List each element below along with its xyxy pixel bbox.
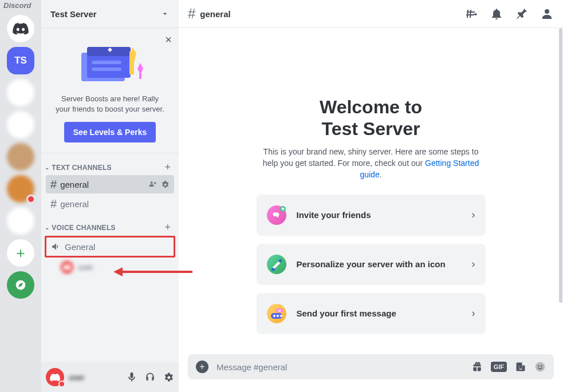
svg-rect-6 — [92, 68, 121, 71]
welcome-subtitle: This is your brand new, shiny server. He… — [262, 146, 480, 181]
svg-point-11 — [271, 268, 275, 271]
status-dot — [58, 381, 65, 387]
step-invite-friends[interactable]: Invite your friends › — [257, 195, 486, 236]
svg-point-18 — [536, 362, 545, 372]
voice-user-name: user — [78, 263, 93, 272]
boost-illustration — [47, 37, 173, 88]
server-slot[interactable] — [7, 207, 34, 235]
speaker-icon — [51, 241, 61, 252]
step-label: Send your first message — [297, 308, 462, 318]
chevron-down-icon — [160, 9, 170, 18]
step-label: Invite your friends — [297, 210, 462, 220]
voice-user[interactable]: user — [41, 259, 179, 276]
welcome-title: Welcome to Test Server — [202, 96, 540, 140]
unread-badge — [26, 195, 36, 204]
home-button[interactable] — [7, 15, 34, 42]
emoji-icon[interactable] — [534, 361, 546, 373]
main-chat: # general Welcome to Test Server This is… — [179, 0, 563, 392]
svg-rect-7 — [129, 52, 134, 74]
server-header[interactable]: Test Server — [41, 0, 179, 27]
message-composer: + GIF — [188, 354, 554, 379]
server-name: Test Server — [50, 9, 97, 19]
chevron-right-icon: › — [472, 307, 475, 319]
add-server-button[interactable]: + — [7, 239, 34, 267]
svg-point-1 — [20, 284, 21, 286]
svg-point-19 — [538, 365, 540, 367]
svg-text:HI!: HI! — [277, 308, 281, 312]
chevron-right-icon: › — [472, 258, 475, 270]
welcome-area: Welcome to Test Server This is your bran… — [179, 27, 563, 354]
deafen-button[interactable] — [144, 371, 156, 383]
invite-step-icon — [267, 205, 286, 225]
voice-channel-general[interactable]: General — [46, 237, 174, 256]
invite-icon[interactable] — [148, 180, 157, 189]
bell-icon[interactable] — [490, 7, 503, 21]
gear-icon[interactable] — [160, 180, 170, 189]
add-text-channel-button[interactable]: + — [164, 161, 173, 173]
hash-icon: # — [50, 178, 57, 191]
personalize-step-icon — [267, 255, 286, 274]
discord-icon — [50, 374, 60, 381]
gif-button[interactable]: GIF — [491, 362, 507, 372]
pin-icon[interactable] — [515, 7, 529, 21]
channel-name: general — [60, 180, 89, 189]
chevron-right-icon: › — [472, 209, 475, 221]
server-initials: TS — [14, 55, 27, 66]
mute-button[interactable] — [126, 371, 137, 383]
close-icon[interactable]: × — [165, 33, 172, 46]
hash-icon: # — [188, 6, 195, 22]
server-slot[interactable] — [7, 79, 34, 106]
svg-point-14 — [277, 315, 279, 317]
members-icon[interactable] — [540, 7, 554, 21]
svg-rect-10 — [278, 259, 282, 263]
step-personalize[interactable]: Personalize your server with an icon › — [257, 244, 486, 285]
scroll-thumb[interactable] — [559, 28, 562, 303]
channel-sidebar: Test Server × — [41, 0, 179, 392]
user-avatar-icon — [61, 261, 73, 274]
category-voice-channels[interactable]: VOICE CHANNELS — [45, 224, 116, 232]
gift-icon[interactable] — [471, 361, 483, 373]
message-step-icon: HI! — [267, 304, 286, 323]
add-voice-channel-button[interactable]: + — [164, 221, 173, 233]
step-first-message[interactable]: HI! Send your first message › — [257, 293, 486, 334]
svg-point-13 — [273, 315, 275, 317]
annotation-highlight: General — [45, 236, 175, 258]
channel-general[interactable]: #general — [46, 195, 174, 213]
brand-label: Discord — [3, 1, 31, 10]
chat-header: # general — [179, 0, 563, 27]
server-slot[interactable] — [7, 111, 34, 138]
scrollbar[interactable] — [558, 28, 563, 392]
server-rail: TS + — [0, 0, 41, 392]
category-text-channels[interactable]: TEXT CHANNELS — [45, 164, 112, 172]
boost-levels-button[interactable]: See Levels & Perks — [64, 122, 156, 142]
step-label: Personalize your server with an icon — [297, 259, 462, 269]
svg-rect-8 — [139, 73, 141, 79]
chat-channel-title: general — [200, 9, 230, 19]
server-selected[interactable]: TS — [7, 47, 34, 74]
self-avatar[interactable] — [46, 368, 64, 386]
channel-general-active[interactable]: #general — [46, 175, 174, 193]
compass-icon — [15, 279, 26, 291]
svg-rect-5 — [92, 61, 121, 64]
settings-button[interactable] — [163, 371, 174, 383]
channel-name: general — [60, 199, 89, 209]
discord-icon — [13, 23, 29, 34]
svg-point-15 — [280, 315, 282, 317]
sticker-icon[interactable] — [515, 361, 526, 373]
svg-point-20 — [541, 365, 542, 367]
boost-text: Server Boosts are here! Rally your frien… — [47, 94, 173, 122]
user-panel: user — [41, 362, 179, 392]
self-username: user — [69, 373, 121, 382]
svg-rect-4 — [87, 47, 131, 56]
boost-card: × Server Boosts are here! Rally your fri… — [41, 27, 179, 153]
message-input[interactable] — [216, 362, 463, 372]
threads-icon[interactable] — [464, 7, 478, 21]
server-slot[interactable] — [7, 143, 34, 171]
attach-button[interactable]: + — [196, 361, 208, 373]
hash-icon: # — [50, 197, 57, 211]
channel-name: General — [65, 242, 95, 252]
explore-button[interactable] — [7, 271, 34, 299]
